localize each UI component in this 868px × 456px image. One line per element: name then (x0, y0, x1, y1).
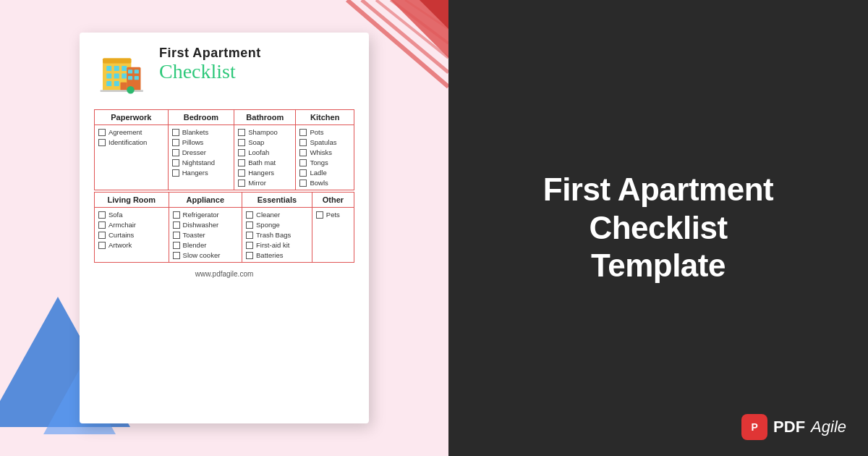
list-item: Identification (98, 138, 164, 146)
svg-point-25 (127, 86, 135, 94)
header-essentials: Essentials (242, 193, 312, 208)
svg-rect-9 (103, 59, 131, 64)
checkbox[interactable] (98, 242, 106, 249)
list-item: Hangers (238, 169, 292, 177)
list-item: Curtains (98, 231, 165, 239)
right-panel: First Apartment Checklist Template P PDF… (448, 0, 868, 456)
svg-rect-13 (106, 74, 111, 79)
document-card: First Apartment Checklist Paperwork Bedr… (80, 33, 369, 423)
checkbox[interactable] (246, 232, 253, 239)
list-item: Soap (238, 138, 292, 146)
checkbox[interactable] (299, 180, 307, 187)
checkbox[interactable] (246, 211, 253, 219)
svg-rect-11 (114, 66, 119, 71)
svg-rect-24 (101, 90, 144, 92)
pdf-icon-box: P (741, 414, 767, 440)
list-item: Cleaner (246, 211, 308, 219)
checkbox[interactable] (98, 129, 106, 136)
living-room-col: Sofa Armchair Curtains Artwork (95, 208, 169, 263)
checkbox[interactable] (246, 252, 253, 259)
checkbox[interactable] (172, 149, 179, 156)
header-bathroom: Bathroom (234, 110, 296, 125)
right-title-line3: Template (591, 248, 726, 283)
checkbox[interactable] (246, 242, 253, 249)
list-item: Spatulas (299, 138, 350, 146)
checkbox[interactable] (238, 129, 245, 136)
logo-text-agile: Agile (811, 418, 846, 436)
checkbox[interactable] (173, 211, 180, 219)
list-item: Batteries (246, 251, 308, 259)
paperwork-col: Agreement Identification (95, 125, 169, 190)
footer-url: www.pdfagile.com (195, 270, 254, 278)
checkbox[interactable] (98, 221, 106, 229)
svg-rect-17 (114, 81, 119, 86)
bedroom-col: Blankets Pillows Dresser Nightstand Hang… (168, 125, 234, 190)
list-item: Pets (316, 211, 350, 219)
bathroom-col: Shampoo Soap Loofah Bath mat Hangers Mir… (234, 125, 296, 190)
building-icon (94, 46, 152, 99)
other-col: Pets (312, 208, 354, 263)
list-item: Blankets (172, 128, 230, 136)
checkbox[interactable] (316, 211, 323, 219)
appliance-col: Refrigerator Dishwasher Toaster Blender … (169, 208, 242, 263)
svg-rect-21 (135, 69, 139, 73)
header-paperwork: Paperwork (95, 110, 169, 125)
checkbox[interactable] (172, 169, 179, 177)
logo-text-pdf: PDF (773, 418, 805, 436)
svg-rect-14 (114, 74, 119, 79)
list-item: Whisks (299, 148, 350, 156)
checkbox[interactable] (173, 252, 180, 259)
header-appliance: Appliance (169, 193, 242, 208)
checkbox[interactable] (238, 139, 245, 146)
list-item: Blender (173, 241, 238, 249)
checklist-table-row1: Paperwork Bedroom Bathroom Kitchen Agree… (94, 109, 354, 190)
essentials-col: Cleaner Sponge Trash Bags First-aid kit … (242, 208, 312, 263)
checkbox[interactable] (299, 129, 307, 136)
doc-header: First Apartment Checklist (94, 46, 354, 99)
svg-rect-22 (128, 76, 132, 80)
svg-rect-12 (122, 66, 127, 71)
right-title: First Apartment Checklist Template (543, 171, 773, 285)
list-item: Bowls (299, 179, 350, 187)
left-panel: First Apartment Checklist Paperwork Bedr… (0, 0, 448, 456)
checklist-table-row2: Living Room Appliance Essentials Other S… (94, 192, 354, 263)
svg-rect-10 (106, 66, 111, 71)
checkbox[interactable] (238, 180, 245, 187)
list-item: Sponge (246, 221, 308, 229)
checkbox[interactable] (238, 169, 245, 177)
checkbox[interactable] (299, 159, 307, 166)
header-living-room: Living Room (95, 193, 169, 208)
list-item: Refrigerator (173, 211, 238, 219)
checkbox[interactable] (98, 139, 106, 146)
list-item: Shampoo (238, 128, 292, 136)
header-other: Other (312, 193, 354, 208)
checkbox[interactable] (172, 129, 179, 136)
checkbox[interactable] (246, 221, 253, 229)
checkbox[interactable] (98, 211, 106, 219)
checkbox[interactable] (173, 221, 180, 229)
doc-footer: www.pdfagile.com (94, 270, 354, 278)
list-item: Tongs (299, 159, 350, 166)
checkbox[interactable] (98, 232, 106, 239)
checkbox[interactable] (299, 139, 307, 146)
checkbox[interactable] (299, 169, 307, 177)
header-kitchen: Kitchen (296, 110, 354, 125)
list-item: Dresser (172, 148, 230, 156)
list-item: Sofa (98, 211, 165, 219)
header-bedroom: Bedroom (168, 110, 234, 125)
list-item: Mirror (238, 179, 292, 187)
svg-rect-23 (135, 76, 139, 80)
checkbox[interactable] (238, 149, 245, 156)
doc-title-script: Checklist (159, 61, 261, 83)
checkbox[interactable] (172, 139, 179, 146)
checkbox[interactable] (172, 159, 179, 166)
checkbox[interactable] (299, 149, 307, 156)
checkbox[interactable] (238, 159, 245, 166)
right-title-line1: First Apartment (543, 172, 773, 207)
list-item: Loofah (238, 148, 292, 156)
list-item: Ladle (299, 169, 350, 177)
kitchen-col: Pots Spatulas Whisks Tongs Ladle Bowls (296, 125, 354, 190)
checkbox[interactable] (173, 232, 180, 239)
list-item: Artwork (98, 241, 165, 249)
checkbox[interactable] (173, 242, 180, 249)
